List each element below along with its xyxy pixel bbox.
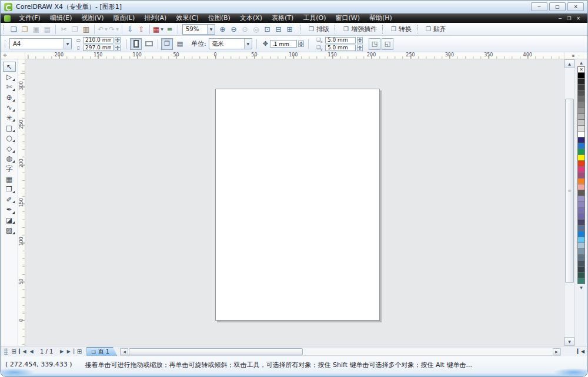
menu-arrange[interactable]: 排列(A)	[139, 14, 171, 23]
dropdown-arrow-icon[interactable]: ▼	[116, 27, 119, 31]
application-launcher-button[interactable]: ▦▼	[152, 24, 164, 35]
doc-minimize-button[interactable]: ─	[559, 16, 562, 21]
vertical-scrollbar[interactable]: ▲ ≡ ▼	[564, 59, 574, 346]
imposition-layout-button[interactable]: ❐排版	[305, 24, 333, 35]
horizontal-scroll-thumb[interactable]	[129, 348, 303, 355]
dropdown-arrow-icon[interactable]: ▼	[105, 27, 108, 31]
menu-layout[interactable]: 版面(L)	[109, 14, 140, 23]
palette-flyout-button[interactable]: ▎◀	[574, 349, 587, 354]
zoom-all-objects-button[interactable]: ⊡	[262, 24, 273, 35]
crop-tool[interactable]: ✄	[3, 82, 16, 92]
zoom-level-combo[interactable]: 59%▼	[182, 24, 215, 35]
toolbar-grip[interactable]	[5, 40, 7, 48]
menu-table[interactable]: 表格(T)	[267, 14, 298, 23]
menu-window[interactable]: 窗口(W)	[331, 14, 365, 23]
duplicate-y-input[interactable]	[325, 45, 356, 51]
menu-view[interactable]: 视图(V)	[76, 14, 108, 23]
last-page-button[interactable]: ▶▕	[66, 349, 75, 354]
drawing-canvas[interactable]	[25, 59, 564, 346]
welcome-screen-button[interactable]: ≡	[164, 24, 175, 35]
scroll-left-icon[interactable]: ◀	[121, 348, 128, 355]
menu-edit[interactable]: 编辑(E)	[45, 14, 77, 23]
open-button[interactable]: ❒	[19, 24, 31, 35]
document-page[interactable]	[215, 89, 380, 321]
first-page-button[interactable]: ▎◀	[18, 349, 27, 354]
treat-as-filled-button[interactable]: ◳	[369, 38, 380, 50]
smart-fill-tool[interactable]: ✳	[3, 113, 16, 123]
doc-restore-button[interactable]: ❐	[567, 16, 571, 21]
minimize-button[interactable]: ─	[531, 2, 547, 11]
toolbar-grip[interactable]	[300, 25, 302, 33]
basic-shapes-tool[interactable]: ◍	[3, 154, 16, 164]
pick-tool[interactable]: ↖	[3, 62, 16, 72]
all-pages-layout-button[interactable]: ❐	[161, 38, 173, 50]
zoom-tool[interactable]: ⊕	[3, 92, 16, 102]
interactive-fill-tool[interactable]: ▨	[3, 225, 16, 235]
outline-pen-tool[interactable]: ✒	[3, 204, 16, 214]
close-button[interactable]: ✕	[567, 2, 584, 11]
paste-button[interactable]: ▥	[81, 24, 92, 35]
paper-height-stepper[interactable]: ▲▼	[115, 45, 121, 51]
zoom-page-width-button[interactable]: ⊟	[273, 24, 284, 35]
chevron-down-icon[interactable]: ▼	[244, 39, 252, 49]
toolbar-grip[interactable]	[417, 25, 419, 33]
fill-tool[interactable]: ◪	[3, 215, 16, 225]
text-tool[interactable]: 字	[3, 164, 16, 174]
ellipse-tool[interactable]: ○	[3, 133, 16, 143]
add-page-start-button[interactable]: ⊞	[9, 348, 18, 355]
duplicate-x-input[interactable]	[325, 37, 356, 43]
duplicate-x-stepper[interactable]: ▲▼	[357, 37, 363, 43]
polygon-tool[interactable]: ◇	[3, 143, 16, 153]
portrait-button[interactable]	[130, 38, 142, 50]
zoom-one-shot-button[interactable]: ⊙	[239, 24, 250, 35]
menu-effects[interactable]: 效果(C)	[171, 14, 203, 23]
palette-scroll-up-icon[interactable]: ▲	[575, 59, 587, 66]
copy-button[interactable]: ❐	[69, 24, 81, 35]
cut-button[interactable]: ✂	[58, 24, 69, 35]
page-tab[interactable]: ❏ 页 1	[86, 347, 117, 356]
menu-text[interactable]: 文本(X)	[235, 14, 267, 23]
nudge-offset-input[interactable]	[270, 40, 297, 48]
save-button[interactable]: ▣	[31, 24, 42, 35]
maximize-button[interactable]: □	[549, 2, 566, 11]
units-combo[interactable]: 毫米 ▼	[209, 38, 252, 49]
toolbar-grip[interactable]	[4, 25, 6, 33]
vertical-scroll-track[interactable]: ≡	[564, 68, 574, 337]
menu-bitmaps[interactable]: 位图(B)	[203, 14, 235, 23]
blend-tool[interactable]: ❒	[3, 184, 16, 194]
zoom-selected-button[interactable]: ◎	[250, 24, 262, 35]
horizontal-scrollbar[interactable]: ◀ ▶	[120, 348, 561, 356]
undo-button[interactable]: ↶▼	[97, 24, 108, 35]
redo-button[interactable]: ↷▼	[108, 24, 119, 35]
text-frame-options-button[interactable]: ◱	[382, 38, 393, 50]
menu-help[interactable]: 帮助(H)	[365, 14, 397, 23]
eyedropper-tool[interactable]: ✐	[3, 194, 16, 204]
landscape-button[interactable]	[143, 38, 155, 50]
nav-splitter-handle[interactable]	[4, 348, 8, 355]
doc-close-button[interactable]: ✕	[576, 16, 580, 21]
paper-width-input[interactable]	[83, 37, 113, 43]
dropdown-arrow-icon[interactable]: ▼	[161, 27, 163, 31]
menu-file[interactable]: 文件(F)	[14, 14, 45, 23]
scroll-right-icon[interactable]: ▶	[553, 348, 560, 355]
rectangle-tool[interactable]: □	[3, 123, 16, 133]
paper-width-stepper[interactable]: ▲▼	[115, 37, 121, 43]
shape-tool[interactable]: ▷	[3, 72, 16, 82]
zoom-out-button[interactable]: ⊖	[228, 24, 239, 35]
print-button[interactable]: ▤	[42, 24, 53, 35]
zoom-page-height-button[interactable]: ⊞	[284, 24, 295, 35]
export-button[interactable]: ⇧	[136, 24, 147, 35]
add-page-end-button[interactable]: ⊞	[75, 348, 83, 355]
toolbar-grip[interactable]	[335, 25, 337, 33]
new-document-button[interactable]: ❏	[8, 24, 19, 35]
scroll-down-icon[interactable]: ▼	[564, 337, 574, 346]
color-swatch-35[interactable]	[577, 278, 585, 284]
plugins-button[interactable]: ❐增强插件	[339, 24, 381, 35]
duplicate-y-stepper[interactable]: ▲▼	[357, 45, 363, 51]
scroll-up-icon[interactable]: ▲	[564, 59, 574, 68]
previous-page-button[interactable]: ◀	[27, 349, 36, 354]
zoom-in-button[interactable]: ⊕	[217, 24, 228, 35]
import-button[interactable]: ⇩	[125, 24, 136, 35]
current-page-layout-button[interactable]: ▤	[174, 38, 186, 50]
table-tool[interactable]: ▦	[3, 174, 16, 184]
